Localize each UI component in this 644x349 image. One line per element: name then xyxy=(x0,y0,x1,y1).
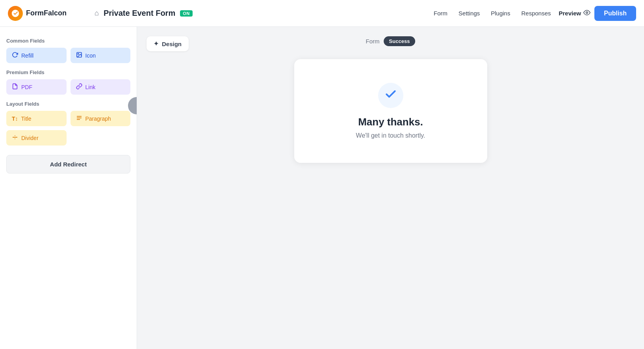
form-title: Private Event Form xyxy=(104,9,175,18)
refill-icon xyxy=(12,52,18,59)
nav-settings[interactable]: Settings xyxy=(458,10,480,17)
form-toggle-label[interactable]: Form xyxy=(366,38,380,45)
success-badge[interactable]: Success xyxy=(384,36,416,46)
nav-responses[interactable]: Responses xyxy=(521,10,551,17)
common-fields-grid: Refill Icon xyxy=(6,48,130,63)
header-center: ⌂ Private Event Form ON xyxy=(95,9,434,18)
link-field-btn[interactable]: Link xyxy=(71,79,131,95)
main-layout: Common Fields Refill xyxy=(0,27,644,349)
title-field-btn[interactable]: T↕ Title xyxy=(6,111,67,126)
link-label: Link xyxy=(85,84,96,90)
paragraph-field-btn[interactable]: Paragraph xyxy=(71,111,131,126)
image-icon xyxy=(76,52,82,59)
paragraph-label: Paragraph xyxy=(85,116,111,122)
icon-field-btn[interactable]: Icon xyxy=(71,48,131,63)
pdf-label: PDF xyxy=(21,84,32,90)
icon-label: Icon xyxy=(85,52,96,59)
premium-fields-label: Premium Fields xyxy=(6,69,130,75)
layout-fields-grid: T↕ Title Paragraph xyxy=(6,111,130,146)
check-icon xyxy=(384,88,397,103)
logo-icon xyxy=(8,6,23,21)
preview-label: Preview xyxy=(559,10,581,17)
sidebar: Common Fields Refill xyxy=(0,27,137,349)
form-success-toggle: Form Success xyxy=(366,36,416,46)
link-icon xyxy=(76,83,82,91)
success-title: Many thanks. xyxy=(358,116,423,128)
check-circle xyxy=(378,83,403,108)
title-icon: T↕ xyxy=(12,116,18,122)
success-card: Many thanks. We'll get in touch shortly. xyxy=(294,59,487,163)
nav-links: Form Settings Plugins Responses xyxy=(434,10,551,17)
home-icon[interactable]: ⌂ xyxy=(95,9,99,17)
add-redirect-button[interactable]: Add Redirect xyxy=(6,155,130,174)
logo-name: FormFalcon xyxy=(26,9,67,17)
top-nav: FormFalcon ⌂ Private Event Form ON Form … xyxy=(0,0,644,27)
svg-point-2 xyxy=(78,54,78,54)
nav-form[interactable]: Form xyxy=(434,10,447,17)
premium-fields-grid: PDF Link xyxy=(6,79,130,95)
wand-icon: ✦ xyxy=(154,40,159,47)
paragraph-icon xyxy=(76,115,82,122)
logo-area: FormFalcon xyxy=(8,6,87,21)
layout-fields-label: Layout Fields xyxy=(6,101,130,107)
divider-label: Divider xyxy=(21,135,39,141)
pdf-field-btn[interactable]: PDF xyxy=(6,79,67,95)
title-label: Title xyxy=(21,116,32,122)
preview-button[interactable]: Preview xyxy=(559,9,591,17)
design-tab[interactable]: ✦ Design xyxy=(147,36,189,51)
refill-label: Refill xyxy=(21,52,33,59)
pdf-icon xyxy=(12,83,18,91)
divider-icon xyxy=(12,134,18,142)
publish-button[interactable]: Publish xyxy=(594,6,636,21)
on-badge: ON xyxy=(180,10,193,17)
content-area: ✦ Design Form Success Many thanks. We'll… xyxy=(137,27,644,349)
success-subtitle: We'll get in touch shortly. xyxy=(356,132,425,139)
nav-plugins[interactable]: Plugins xyxy=(491,10,510,17)
divider-field-btn[interactable]: Divider xyxy=(6,130,67,146)
common-fields-label: Common Fields xyxy=(6,38,130,44)
eye-icon xyxy=(583,9,590,17)
svg-point-0 xyxy=(586,12,588,14)
refill-field-btn[interactable]: Refill xyxy=(6,48,67,63)
design-tab-label: Design xyxy=(162,41,182,47)
